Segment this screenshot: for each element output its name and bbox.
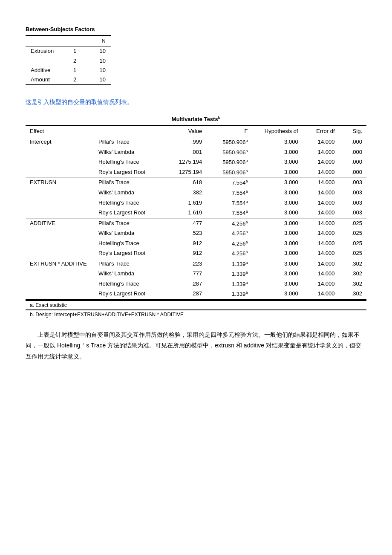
bs-level: 2 — [68, 75, 87, 85]
mv-f: 1.339a — [206, 279, 252, 289]
mv-f: 5950.906a — [206, 137, 252, 147]
mv-sig: .000 — [339, 168, 366, 178]
mv-value: .477 — [165, 218, 207, 228]
mv-test: Wilks' Lambda — [94, 228, 165, 239]
mv-sig: .025 — [339, 228, 366, 239]
mv-col-f: F — [206, 125, 252, 137]
mv-col-test — [94, 125, 165, 137]
mv-value: .001 — [165, 147, 207, 158]
mv-errdf: 14.000 — [303, 289, 339, 300]
mv-col-hypdf: Hypothesis df — [252, 125, 303, 137]
mv-hypdf: 3.000 — [252, 218, 303, 228]
mv-f: 5950.906a — [206, 147, 252, 158]
mv-effect-empty — [26, 239, 94, 249]
between-subjects-table: N Extrusion 1 10 2 10 Additive 1 10 Amou… — [26, 35, 111, 85]
mv-sig: .302 — [339, 259, 366, 269]
mv-sig: .302 — [339, 279, 366, 289]
mv-col-value: Value — [165, 125, 207, 137]
mv-f: 1.339a — [206, 269, 252, 279]
mv-test: Roy's Largest Root — [94, 249, 165, 259]
mv-effect-empty — [26, 269, 94, 279]
mv-effect-empty — [26, 188, 94, 198]
mv-effect-empty — [26, 289, 94, 300]
mv-value: 1.619 — [165, 208, 207, 218]
mv-row: Hotelling's Trace 1.619 7.554a 3.000 14.… — [26, 198, 366, 208]
mv-f: 7.554a — [206, 188, 252, 198]
mv-value: .777 — [165, 269, 207, 279]
mv-value: .912 — [165, 249, 207, 259]
mv-test: Pillai's Trace — [94, 259, 165, 269]
bs-level: 1 — [68, 46, 87, 56]
mv-hypdf: 3.000 — [252, 157, 303, 168]
multivariate-section: Multivariate Testsb Effect Value F Hypot… — [26, 115, 366, 320]
commentary-text: 上表是针对模型中的自变量间及其交互作用所做的检验，采用的是四种多元检验方法。一般… — [26, 330, 366, 362]
mv-row: Roy's Largest Root .912 4.256a 3.000 14.… — [26, 249, 366, 259]
mv-effect: ADDITIVE — [26, 218, 94, 228]
bs-row: Amount 2 10 — [26, 75, 111, 85]
between-subjects-title: Between-Subjects Factors — [26, 26, 366, 33]
bs-factor — [26, 56, 68, 66]
mv-sig: .003 — [339, 208, 366, 218]
mv-sig: .003 — [339, 188, 366, 198]
mv-row: Wilks' Lambda .523 4.256a 3.000 14.000 .… — [26, 228, 366, 239]
mv-col-effect: Effect — [26, 125, 94, 137]
mv-f: 4.256a — [206, 239, 252, 249]
mv-row: Roy's Largest Root 1.619 7.554a 3.000 14… — [26, 208, 366, 218]
bs-col-level — [68, 35, 87, 46]
mv-footnote: b. Design: Intercept+EXTRUSN+ADDITIVE+EX… — [26, 310, 366, 319]
mv-errdf: 14.000 — [303, 178, 339, 188]
mv-row: ADDITIVE Pillai's Trace .477 4.256a 3.00… — [26, 218, 366, 228]
mv-footnote: a. Exact statistic — [26, 301, 366, 310]
mv-hypdf: 3.000 — [252, 168, 303, 178]
bs-factor: Additive — [26, 66, 68, 75]
mv-value: .223 — [165, 259, 207, 269]
bs-row: Extrusion 1 10 — [26, 46, 111, 56]
mv-effect-empty — [26, 208, 94, 218]
mv-f: 5950.906a — [206, 157, 252, 168]
mv-f: 4.256a — [206, 249, 252, 259]
between-subjects-section: Between-Subjects Factors N Extrusion 1 1… — [26, 26, 366, 85]
mv-value: .912 — [165, 239, 207, 249]
multivariate-title: Multivariate Testsb — [26, 115, 366, 124]
mv-errdf: 14.000 — [303, 249, 339, 259]
mv-hypdf: 3.000 — [252, 289, 303, 300]
mv-row: Wilks' Lambda .777 1.339a 3.000 14.000 .… — [26, 269, 366, 279]
bs-row: Additive 1 10 — [26, 66, 111, 75]
bs-n: 10 — [87, 46, 111, 56]
mv-f: 1.339a — [206, 289, 252, 300]
mv-errdf: 14.000 — [303, 137, 339, 147]
mv-value: .999 — [165, 137, 207, 147]
mv-row: EXTRUSN * ADDITIVE Pillai's Trace .223 1… — [26, 259, 366, 269]
mv-test: Wilks' Lambda — [94, 147, 165, 158]
mv-test: Roy's Largest Root — [94, 168, 165, 178]
mv-f: 4.256a — [206, 228, 252, 239]
mv-row: Roy's Largest Root 1275.194 5950.906a 3.… — [26, 168, 366, 178]
mv-hypdf: 3.000 — [252, 208, 303, 218]
mv-test: Pillai's Trace — [94, 218, 165, 228]
mv-value: .287 — [165, 289, 207, 300]
mv-hypdf: 3.000 — [252, 239, 303, 249]
mv-value: 1275.194 — [165, 157, 207, 168]
bs-col-factor — [26, 35, 68, 46]
bs-factor: Amount — [26, 75, 68, 85]
mv-errdf: 14.000 — [303, 239, 339, 249]
mv-sig: .000 — [339, 157, 366, 168]
mv-value: 1275.194 — [165, 168, 207, 178]
mv-test: Pillai's Trace — [94, 178, 165, 188]
mv-f: 7.554a — [206, 208, 252, 218]
mv-effect-empty — [26, 147, 94, 158]
mv-sig: .025 — [339, 249, 366, 259]
mv-row: Intercept Pillai's Trace .999 5950.906a … — [26, 137, 366, 147]
mv-errdf: 14.000 — [303, 279, 339, 289]
mv-test: Hotelling's Trace — [94, 239, 165, 249]
mv-hypdf: 3.000 — [252, 228, 303, 239]
bs-level: 1 — [68, 66, 87, 75]
mv-hypdf: 3.000 — [252, 249, 303, 259]
mv-row: Wilks' Lambda .382 7.554a 3.000 14.000 .… — [26, 188, 366, 198]
mv-hypdf: 3.000 — [252, 259, 303, 269]
mv-row: Roy's Largest Root .287 1.339a 3.000 14.… — [26, 289, 366, 300]
mv-f: 5950.906a — [206, 168, 252, 178]
mv-test: Wilks' Lambda — [94, 269, 165, 279]
mv-hypdf: 3.000 — [252, 198, 303, 208]
multivariate-table: Effect Value F Hypothesis df Error df Si… — [26, 125, 366, 319]
